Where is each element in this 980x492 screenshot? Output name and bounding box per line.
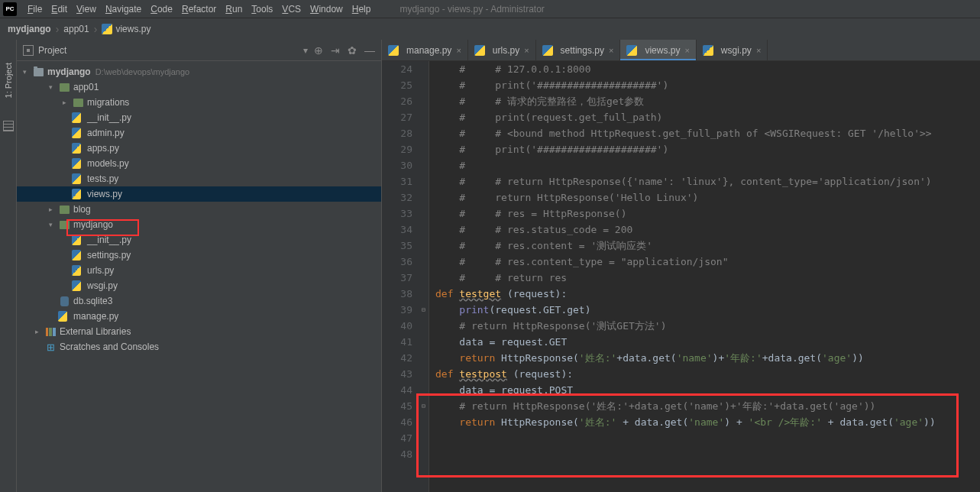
tree-label: tests.py bbox=[87, 173, 118, 184]
window-title: mydjango - views.py - Administrator bbox=[399, 4, 544, 15]
tree-item[interactable]: ▸blog bbox=[17, 202, 381, 217]
close-icon[interactable]: × bbox=[756, 46, 761, 55]
menu-view[interactable]: View bbox=[72, 2, 101, 16]
scratch-icon: ⊞ bbox=[47, 341, 55, 353]
sidebar-title[interactable]: Project bbox=[38, 45, 303, 56]
tab-label: wsgi.py bbox=[721, 45, 752, 56]
sidebar-header: Project ▾ ⊕ ⇥ ✿ — bbox=[17, 40, 381, 61]
tree-label: mydjango bbox=[73, 219, 113, 230]
tree-label: manage.py bbox=[73, 311, 118, 322]
menu-vcs[interactable]: VCS bbox=[277, 2, 306, 16]
editor-tab[interactable]: wsgi.py× bbox=[697, 40, 768, 60]
menu-edit[interactable]: Edit bbox=[47, 2, 72, 16]
package-icon bbox=[60, 221, 70, 229]
package-icon bbox=[60, 206, 70, 214]
close-icon[interactable]: × bbox=[609, 46, 613, 55]
tree-item[interactable]: admin.py bbox=[17, 125, 381, 141]
tree-label: __init__.py bbox=[87, 112, 131, 123]
tree-item[interactable]: ▸migrations bbox=[17, 95, 381, 110]
close-icon[interactable]: × bbox=[524, 46, 529, 55]
close-icon[interactable]: × bbox=[456, 46, 461, 55]
menu-tools[interactable]: Tools bbox=[247, 2, 277, 16]
tab-label: settings.py bbox=[561, 45, 604, 56]
python-file-icon bbox=[72, 143, 81, 154]
tree-label: app01 bbox=[73, 82, 99, 92]
menu-code[interactable]: Code bbox=[146, 2, 177, 16]
tree-label: migrations bbox=[87, 97, 129, 108]
tree-item[interactable]: manage.py bbox=[17, 309, 381, 324]
tree-item[interactable]: settings.py bbox=[17, 248, 381, 263]
toggle-icon[interactable]: ▸ bbox=[63, 99, 72, 106]
tree-item[interactable]: models.py bbox=[17, 156, 381, 171]
close-icon[interactable]: × bbox=[684, 46, 689, 55]
toggle-icon[interactable]: ▾ bbox=[49, 221, 58, 228]
tree-item[interactable]: ⊞Scratches and Consoles bbox=[17, 339, 381, 354]
dropdown-icon[interactable]: ▾ bbox=[303, 45, 308, 56]
python-file-icon bbox=[72, 265, 81, 276]
tree-item[interactable]: __init__.py bbox=[17, 232, 381, 248]
chevron-right-icon: › bbox=[94, 23, 98, 35]
tool-window-bar: 1: Project bbox=[0, 40, 17, 492]
structure-tool-button[interactable] bbox=[3, 121, 14, 131]
python-file-icon bbox=[72, 173, 81, 184]
hide-icon[interactable]: — bbox=[364, 44, 375, 57]
python-file-icon bbox=[72, 128, 81, 138]
tree-item[interactable]: ▾app01 bbox=[17, 79, 381, 95]
tree-item[interactable]: apps.py bbox=[17, 141, 381, 156]
tree-label: settings.py bbox=[87, 250, 131, 261]
tab-label: views.py bbox=[645, 45, 680, 56]
tree-label: urls.py bbox=[87, 265, 114, 276]
menu-help[interactable]: Help bbox=[348, 2, 376, 16]
editor-tab[interactable]: settings.py× bbox=[536, 40, 621, 60]
editor: manage.py×urls.py×settings.py×views.py×w… bbox=[382, 40, 980, 492]
code-area[interactable]: 2425262728293031323334353637383940414243… bbox=[382, 61, 980, 492]
project-tool-button[interactable]: 1: Project bbox=[4, 63, 13, 98]
editor-tab[interactable]: urls.py× bbox=[468, 40, 536, 60]
editor-tabs: manage.py×urls.py×settings.py×views.py×w… bbox=[382, 40, 980, 61]
tree-label: External Libraries bbox=[60, 326, 131, 337]
tree-label: Scratches and Consoles bbox=[60, 341, 159, 352]
tree-item[interactable]: db.sqlite3 bbox=[17, 293, 381, 309]
python-file-icon bbox=[72, 250, 81, 261]
app-logo-icon: PC bbox=[3, 2, 17, 16]
collapse-icon[interactable]: ⇥ bbox=[331, 44, 340, 57]
package-icon bbox=[60, 83, 70, 92]
tree-label: admin.py bbox=[87, 128, 125, 138]
fold-toggle-icon[interactable]: ⊟ bbox=[422, 302, 425, 318]
tree-item[interactable]: ▸External Libraries bbox=[17, 324, 381, 339]
folder-icon bbox=[34, 68, 44, 76]
project-view-icon bbox=[23, 45, 34, 56]
breadcrumb-item[interactable]: app01 bbox=[63, 24, 89, 34]
tree-item[interactable]: __init__.py bbox=[17, 110, 381, 125]
tree-item[interactable]: views.py bbox=[17, 186, 381, 202]
breadcrumb-item[interactable]: mydjango bbox=[8, 24, 51, 34]
library-icon bbox=[46, 328, 56, 336]
editor-tab[interactable]: manage.py× bbox=[382, 40, 468, 60]
locate-icon[interactable]: ⊕ bbox=[314, 44, 323, 57]
menu-file[interactable]: File bbox=[23, 2, 47, 16]
toggle-icon[interactable]: ▾ bbox=[23, 68, 32, 76]
project-path: D:\web\devops\mydjango bbox=[95, 67, 190, 76]
tree-item[interactable]: urls.py bbox=[17, 263, 381, 278]
tab-label: urls.py bbox=[493, 45, 519, 56]
tree-label: apps.py bbox=[87, 143, 119, 154]
menu-window[interactable]: Window bbox=[306, 2, 348, 16]
project-tree[interactable]: ▾ mydjango D:\web\devops\mydjango ▾app01… bbox=[17, 61, 381, 492]
toggle-icon[interactable]: ▸ bbox=[49, 206, 58, 213]
menu-refactor[interactable]: Refactor bbox=[177, 2, 221, 16]
python-file-icon bbox=[626, 45, 637, 56]
breadcrumb-item[interactable]: views.py bbox=[102, 24, 150, 35]
tree-root[interactable]: ▾ mydjango D:\web\devops\mydjango bbox=[17, 64, 381, 79]
editor-tab[interactable]: views.py× bbox=[620, 40, 696, 60]
settings-icon[interactable]: ✿ bbox=[348, 44, 357, 57]
tree-label: mydjango bbox=[47, 66, 91, 77]
tab-label: manage.py bbox=[406, 45, 451, 56]
tree-item[interactable]: ▾mydjango bbox=[17, 217, 381, 232]
toggle-icon[interactable]: ▾ bbox=[49, 83, 58, 91]
menu-run[interactable]: Run bbox=[221, 2, 247, 16]
menu-navigate[interactable]: Navigate bbox=[101, 2, 146, 16]
toggle-icon[interactable]: ▸ bbox=[35, 328, 44, 335]
tree-item[interactable]: tests.py bbox=[17, 171, 381, 186]
tree-item[interactable]: wsgi.py bbox=[17, 278, 381, 293]
python-file-icon bbox=[72, 280, 81, 291]
